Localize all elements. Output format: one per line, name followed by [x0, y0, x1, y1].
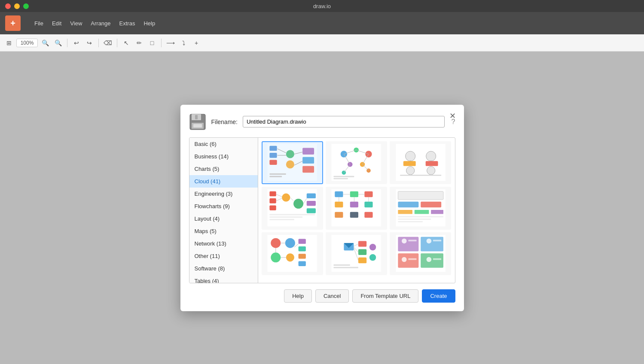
- maximize-button[interactable]: [23, 3, 29, 9]
- menu-file[interactable]: File: [31, 18, 47, 28]
- svg-rect-67: [350, 202, 358, 207]
- svg-point-50: [282, 194, 290, 202]
- svg-point-89: [285, 238, 295, 248]
- category-item[interactable]: Business (14): [189, 150, 258, 163]
- svg-rect-86: [398, 221, 423, 222]
- help-button[interactable]: Help: [284, 289, 312, 303]
- svg-rect-4: [193, 124, 202, 127]
- svg-rect-93: [299, 246, 306, 252]
- shape[interactable]: □: [147, 37, 158, 49]
- template-thumb-2[interactable]: [326, 141, 387, 184]
- svg-point-90: [271, 253, 281, 263]
- svg-rect-49: [269, 206, 276, 211]
- cancel-button[interactable]: Cancel: [315, 289, 349, 303]
- svg-point-51: [293, 199, 303, 209]
- category-item[interactable]: Engineering (3): [189, 188, 258, 200]
- svg-rect-68: [365, 202, 373, 207]
- svg-rect-45: [400, 175, 441, 176]
- svg-rect-85: [398, 218, 431, 220]
- titlebar: draw.io: [0, 0, 644, 12]
- pen[interactable]: ✏: [134, 37, 145, 49]
- dialog: ✕ Filename: ?: [180, 105, 464, 311]
- category-item[interactable]: Maps (5): [189, 225, 258, 237]
- template-thumb-1[interactable]: [262, 141, 323, 184]
- template-thumb-4[interactable]: [262, 187, 323, 230]
- insert[interactable]: +: [191, 37, 202, 49]
- menu-edit[interactable]: Edit: [49, 18, 65, 28]
- template-thumb-8[interactable]: [326, 232, 387, 275]
- dialog-close-button[interactable]: ✕: [448, 111, 458, 121]
- svg-rect-92: [299, 239, 306, 244]
- filename-input[interactable]: [243, 116, 445, 127]
- svg-point-9: [286, 150, 294, 158]
- dialog-footer: Help Cancel From Template URL Create: [189, 289, 455, 303]
- category-list: Basic (6)Business (14)Charts (5)Cloud (4…: [189, 138, 258, 283]
- category-item[interactable]: Software (8): [189, 262, 258, 275]
- svg-rect-11: [302, 148, 314, 155]
- create-button[interactable]: Create: [422, 289, 455, 303]
- menu-bar: File Edit View Arrange Extras Help: [31, 18, 159, 28]
- template-thumb-7[interactable]: [262, 232, 323, 275]
- toolbar-add-page[interactable]: ⊞: [3, 37, 15, 49]
- zoom-out[interactable]: 🔍: [52, 37, 64, 49]
- svg-rect-100: [332, 235, 381, 272]
- undo[interactable]: ↩: [71, 37, 82, 49]
- menu-view[interactable]: View: [67, 18, 85, 28]
- category-item[interactable]: Basic (6): [189, 138, 258, 150]
- close-button[interactable]: [5, 3, 11, 9]
- category-item[interactable]: Network (13): [189, 237, 258, 250]
- category-item[interactable]: Flowcharts (9): [189, 200, 258, 212]
- template-thumb-9[interactable]: [390, 232, 451, 275]
- zoom-display[interactable]: 100%: [16, 39, 38, 47]
- svg-rect-19: [269, 176, 282, 177]
- svg-point-119: [426, 239, 431, 244]
- svg-point-40: [427, 167, 435, 175]
- svg-rect-13: [302, 166, 314, 173]
- category-item[interactable]: Charts (5): [189, 163, 258, 175]
- template-thumb-3[interactable]: [390, 141, 451, 184]
- svg-rect-116: [398, 253, 418, 268]
- template-thumb-5[interactable]: [326, 187, 387, 230]
- template-url-button[interactable]: From Template URL: [352, 289, 418, 303]
- app-logo: +: [5, 15, 21, 31]
- category-item[interactable]: Tables (4): [189, 275, 258, 283]
- svg-rect-8: [269, 160, 277, 165]
- svg-rect-123: [433, 240, 441, 242]
- disk-svg: [189, 113, 206, 130]
- waypoints[interactable]: ⤵: [178, 37, 189, 49]
- menu-extras[interactable]: Extras: [116, 18, 139, 28]
- svg-rect-34: [334, 176, 354, 177]
- redo[interactable]: ↪: [84, 37, 95, 49]
- svg-rect-61: [269, 219, 294, 220]
- pointer[interactable]: ↖: [121, 37, 132, 49]
- content-area: Basic (6)Business (14)Charts (5)Cloud (4…: [189, 137, 455, 283]
- svg-point-37: [405, 152, 415, 161]
- template-grid: [258, 138, 455, 283]
- template-thumb-6[interactable]: [390, 187, 451, 230]
- canvas-area: ✕ Filename: ?: [0, 52, 644, 364]
- svg-rect-104: [358, 249, 366, 255]
- category-item[interactable]: Layout (4): [189, 212, 258, 225]
- svg-rect-78: [398, 191, 443, 200]
- delete[interactable]: ⌫: [102, 37, 113, 49]
- connector[interactable]: ⟶: [165, 37, 176, 49]
- category-item[interactable]: Cloud (41): [189, 175, 258, 188]
- svg-rect-103: [358, 241, 366, 247]
- toolbar-sep-3: [117, 39, 117, 47]
- filename-label: Filename:: [211, 118, 238, 125]
- svg-rect-105: [358, 258, 366, 263]
- svg-rect-60: [269, 217, 302, 218]
- minimize-button[interactable]: [14, 3, 20, 9]
- svg-rect-35: [334, 178, 348, 179]
- menu-arrange[interactable]: Arrange: [87, 18, 114, 28]
- window-controls[interactable]: [5, 3, 29, 9]
- menu-help[interactable]: Help: [140, 18, 159, 28]
- svg-rect-122: [408, 240, 416, 242]
- zoom-in[interactable]: 🔍: [40, 37, 51, 49]
- svg-rect-7: [269, 153, 277, 158]
- svg-point-120: [402, 257, 407, 262]
- category-item[interactable]: Other (11): [189, 250, 258, 262]
- svg-rect-12: [302, 157, 314, 164]
- svg-point-91: [286, 253, 294, 261]
- svg-rect-53: [307, 201, 316, 206]
